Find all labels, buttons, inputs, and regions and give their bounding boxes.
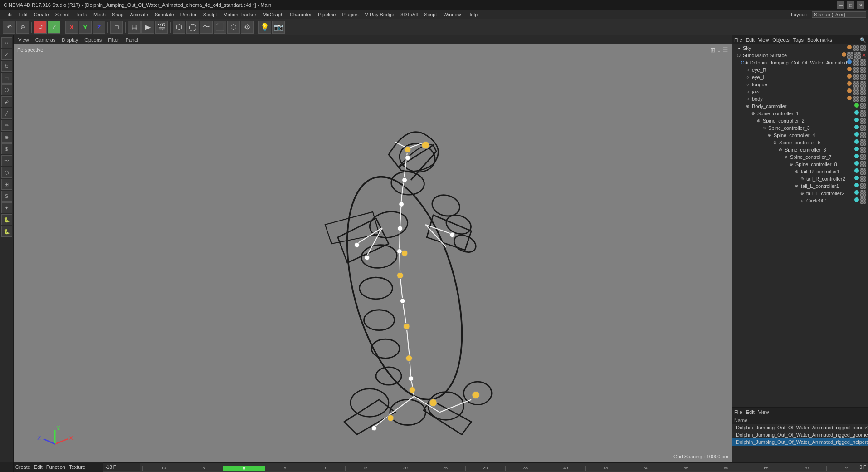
viewport-icon-expand[interactable]: ↓ (717, 46, 721, 54)
checkered-icon[interactable] (860, 161, 866, 167)
menu-pipeline[interactable]: Pipeline (315, 10, 338, 19)
checkered-icon[interactable] (847, 52, 853, 59)
tree-item-spine3[interactable]: ⊕ Spine_controller_3 (732, 124, 868, 132)
asset-menu-view[interactable]: View (758, 409, 769, 415)
menu-script[interactable]: Script (421, 10, 439, 19)
checkered-icon[interactable] (860, 110, 866, 117)
window-controls[interactable]: — □ ✕ (837, 1, 864, 9)
camera-button[interactable]: 📷 (272, 21, 285, 34)
color-dot[interactable] (854, 183, 859, 187)
color-dot[interactable] (854, 197, 859, 202)
tree-item-spine6[interactable]: ⊕ Spine_controller_6 (732, 146, 868, 153)
color-dot[interactable] (854, 110, 859, 115)
color-dot[interactable] (854, 161, 859, 166)
checkered-icon[interactable] (860, 118, 866, 124)
material-menu-texture[interactable]: Texture (69, 464, 85, 470)
snap-tool-button[interactable]: ⊞ (1, 179, 12, 190)
tree-item-spine4[interactable]: ⊕ Spine_controller_4 (732, 132, 868, 139)
color-dot[interactable] (854, 139, 859, 144)
asset-menu-edit[interactable]: Edit (746, 409, 755, 415)
tree-item-body-controller[interactable]: ⊕ Body_controller (732, 103, 868, 110)
tree-item-tail-l1[interactable]: ⊕ tail_L_controller1 (732, 182, 868, 190)
move-tool-button[interactable]: ↔ (1, 37, 12, 48)
paint-button[interactable]: $ (1, 143, 12, 154)
scale-tool-button[interactable]: ⤢ (1, 49, 12, 60)
checkered-icon2[interactable] (860, 67, 866, 73)
color-dot[interactable] (854, 190, 859, 195)
material-menu-create[interactable]: Create (15, 464, 30, 470)
tree-item-spine5[interactable]: ⊕ Spine_controller_5 (732, 139, 868, 146)
tree-item-eye-r[interactable]: ○ eye_R (732, 66, 868, 74)
checkered-icon2[interactable] (860, 96, 866, 102)
add-button[interactable]: ⊕ (16, 21, 29, 34)
close-button[interactable]: ✕ (857, 1, 864, 9)
tree-item-eye-l[interactable]: ○ eye_L (732, 74, 868, 81)
menu-help[interactable]: Help (465, 10, 481, 19)
checkered-icon[interactable] (853, 96, 859, 102)
menu-character[interactable]: Character (287, 10, 314, 19)
menu-simulate[interactable]: Simulate (152, 10, 177, 19)
tree-item-body[interactable]: ○ body (732, 95, 868, 103)
color-dot[interactable] (847, 74, 852, 79)
checkered-icon[interactable] (860, 183, 866, 189)
asset-item-helpers[interactable]: Dolphin_Jumping_Out_Of_Water_Animated_ri… (732, 438, 868, 446)
menu-sculpt[interactable]: Sculpt (200, 10, 220, 19)
color-dot[interactable] (854, 125, 859, 129)
polygon-button[interactable]: ⬡ (173, 21, 185, 34)
checkered-icon[interactable] (860, 168, 866, 175)
checkered-icon[interactable] (860, 154, 866, 160)
light-button[interactable]: 💡 (258, 21, 271, 34)
viewport-tab-panel[interactable]: Panel (123, 37, 141, 43)
sculpt-button[interactable]: 〜 (1, 155, 12, 166)
asset-item-bones[interactable]: Dolphin_Jumping_Out_Of_Water_Animated_ri… (732, 424, 868, 431)
menu-window[interactable]: Window (440, 10, 463, 19)
measure-tool-button[interactable]: S (1, 191, 12, 202)
checkered-icon[interactable] (853, 74, 859, 80)
deformer-button[interactable]: ⬡ (227, 21, 240, 34)
circle-button[interactable]: ◯ (186, 21, 199, 34)
checkered-icon2[interactable] (860, 74, 866, 80)
obj-menu-tags[interactable]: Tags (793, 37, 804, 43)
viewport-tab-view[interactable]: View (15, 37, 32, 43)
menu-3dtoall[interactable]: 3DToAll (398, 10, 420, 19)
model-button[interactable]: ◻ (110, 21, 123, 34)
menu-file[interactable]: File (2, 10, 15, 19)
obj-menu-objects[interactable]: Objects (772, 37, 789, 43)
menu-motion-tracker[interactable]: Motion Tracker (220, 10, 259, 19)
python-tool-button[interactable]: 🐍 (1, 214, 12, 225)
checkered-icon[interactable] (860, 125, 866, 131)
color-dot[interactable] (847, 59, 852, 64)
render-region-button[interactable]: ▦ (128, 21, 141, 34)
color-dot[interactable] (842, 52, 846, 57)
checkered-icon2[interactable] (860, 59, 866, 66)
solid-button[interactable]: ⬛ (214, 21, 226, 34)
selection-tool-button[interactable]: ◻ (1, 73, 12, 84)
pen-tool-button[interactable]: ✏ (1, 120, 12, 131)
checkered-icon2[interactable] (854, 52, 861, 59)
active-tool-button[interactable]: ✓ (48, 21, 60, 34)
close-icon[interactable]: ✕ (862, 52, 866, 59)
polygon-selection-button[interactable]: ⬡ (1, 84, 12, 95)
effector-button[interactable]: ⚙ (241, 21, 254, 34)
viewport-tab-filter[interactable]: Filter (105, 37, 122, 43)
asset-item-geometry[interactable]: Dolphin_Jumping_Out_Of_Water_Animated_ri… (732, 431, 868, 438)
obj-menu-edit[interactable]: Edit (746, 37, 755, 43)
render-picture-viewer-button[interactable]: 🎬 (155, 21, 168, 34)
checkered-icon[interactable] (853, 88, 859, 95)
color-dot[interactable] (854, 103, 859, 108)
menu-edit[interactable]: Edit (16, 10, 30, 19)
checkered-icon[interactable] (853, 45, 859, 51)
checkered-icon2[interactable] (860, 81, 866, 88)
brush-tool-button[interactable]: 🖌 (1, 96, 12, 107)
menu-create[interactable]: Create (31, 10, 52, 19)
viewport[interactable]: View Cameras Display Options Filter Pane… (14, 35, 732, 462)
checkered-icon[interactable] (860, 132, 866, 138)
obj-menu-view[interactable]: View (758, 37, 769, 43)
color-dot[interactable] (847, 81, 852, 86)
viewport-tab-cameras[interactable]: Cameras (33, 37, 59, 43)
rotate-tool-button[interactable]: ↻ (1, 61, 12, 72)
checkered-icon[interactable] (853, 81, 859, 88)
menu-tools[interactable]: Tools (73, 10, 90, 19)
tree-item-spine8[interactable]: ⊕ Spine_controller_8 (732, 161, 868, 168)
tree-item-spine7[interactable]: ⊕ Spine_controller_7 (732, 153, 868, 161)
